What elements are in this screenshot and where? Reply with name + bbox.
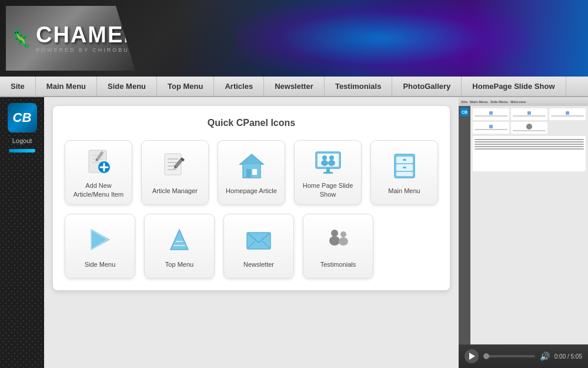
sidebar-logout[interactable]: Logout xyxy=(12,137,32,144)
homepage-article-button[interactable]: Homepage Article xyxy=(218,140,285,205)
logo-area: 🦎 CHAMELEON POWERED BY CHIROBUILT xyxy=(6,6,135,71)
add-article-icon xyxy=(82,147,115,177)
side-menu-button[interactable]: Side Menu xyxy=(65,214,135,279)
nav-item-homepage-slideshow[interactable]: HomePage Slide Show xyxy=(462,77,566,96)
article-manager-label: Article Manager xyxy=(152,187,198,195)
svg-point-23 xyxy=(322,155,327,160)
side-menu-icon xyxy=(84,223,116,256)
icon-row-1: Add NewArticle/Menu Item xyxy=(65,140,438,205)
top-menu-label: Top Menu xyxy=(165,260,193,268)
svg-marker-20 xyxy=(240,154,263,164)
svg-rect-34 xyxy=(403,167,406,168)
mini-text-5 xyxy=(513,130,546,131)
testimonials-label: Testimonials xyxy=(320,260,356,268)
video-controls: 🔊 0:00 / 5:05 xyxy=(459,344,588,368)
mini-icon-dot-4 xyxy=(489,125,493,128)
video-mini-nav: Site Main Menu Side Menu Welcome xyxy=(459,97,588,106)
mini-icon-1 xyxy=(473,108,509,120)
nav-item-photogallery[interactable]: PhotoGallery xyxy=(392,77,462,96)
add-new-label: Add NewArticle/Menu Item xyxy=(74,181,124,198)
nav-item-main-menu[interactable]: Main Menu xyxy=(36,77,97,96)
cpanel-title: Quick CPanel Icons xyxy=(65,118,438,128)
sidebar-bar xyxy=(9,149,35,152)
home-page-slide-show-button[interactable]: Home Page Slide Show xyxy=(294,140,362,205)
mini-icon-dot-1 xyxy=(489,111,493,115)
mini-icon-dot-2 xyxy=(527,111,531,115)
nav-item-articles[interactable]: Articles xyxy=(214,77,264,96)
testimonials-button[interactable]: Testimonials xyxy=(303,214,373,279)
lizard-icon: 🦎 xyxy=(11,29,31,48)
mini-icon-grid xyxy=(473,108,586,134)
article-manager-button[interactable]: Article Manager xyxy=(141,140,209,205)
homepage-article-label: Homepage Article xyxy=(226,187,277,195)
mini-text-4 xyxy=(475,129,507,130)
svg-point-43 xyxy=(331,230,338,237)
svg-rect-33 xyxy=(403,159,406,161)
icon-row-2: Side Menu Top Menu xyxy=(65,214,438,279)
icon-grid: Add NewArticle/Menu Item xyxy=(65,140,438,279)
newsletter-icon xyxy=(243,223,275,256)
top-menu-icon xyxy=(163,223,196,256)
content-line-3 xyxy=(475,144,584,145)
svg-marker-37 xyxy=(171,230,188,250)
svg-rect-27 xyxy=(326,168,330,172)
svg-point-44 xyxy=(329,236,340,246)
mini-nav-item-4: Welcome xyxy=(510,100,526,104)
time-display: 0:00 / 5:05 xyxy=(554,353,582,360)
slideshow-label: Home Page Slide Show xyxy=(300,181,355,198)
svg-rect-22 xyxy=(318,154,339,167)
svg-point-25 xyxy=(329,155,334,160)
add-new-button[interactable]: Add NewArticle/Menu Item xyxy=(65,140,132,205)
svg-point-45 xyxy=(340,231,346,237)
nav-item-site[interactable]: Site xyxy=(0,77,36,96)
volume-icon[interactable]: 🔊 xyxy=(540,352,550,361)
sidebar: CB Logout xyxy=(0,97,44,368)
content-area: Quick CPanel Icons xyxy=(44,97,459,368)
progress-dot xyxy=(483,353,489,359)
testimonials-icon xyxy=(322,223,355,256)
svg-rect-18 xyxy=(246,169,251,178)
play-icon xyxy=(469,353,475,360)
nav-item-top-menu[interactable]: Top Menu xyxy=(157,77,214,96)
main-menu-label: Main Menu xyxy=(388,187,420,195)
progress-bar[interactable] xyxy=(483,355,535,357)
video-content-area: CB xyxy=(459,106,588,344)
video-sidebar-mini: CB xyxy=(459,106,470,344)
main-menu-button[interactable]: Main Menu xyxy=(370,140,438,205)
svg-point-24 xyxy=(321,160,328,166)
nav-bar: Site Main Menu Side Menu Top Menu Articl… xyxy=(0,77,588,97)
mini-nav-item-3: Side Menu xyxy=(490,100,508,104)
nav-item-newsletter[interactable]: Newsletter xyxy=(264,77,325,96)
top-menu-button[interactable]: Top Menu xyxy=(144,214,215,279)
nav-item-side-menu[interactable]: Side Menu xyxy=(97,77,157,96)
nav-item-testimonials[interactable]: Testimonials xyxy=(325,77,393,96)
article-manager-icon xyxy=(159,150,191,182)
sidebar-logo: CB xyxy=(8,103,37,132)
svg-point-26 xyxy=(328,160,335,166)
content-line-2 xyxy=(475,141,584,142)
main-layout: CB Logout Quick CPanel Icons xyxy=(0,97,588,368)
play-button[interactable] xyxy=(465,349,479,363)
content-line-1 xyxy=(475,139,584,140)
mini-icon-5 xyxy=(511,122,547,134)
svg-rect-19 xyxy=(252,169,257,175)
mini-icon-2 xyxy=(511,108,547,120)
video-main-mini xyxy=(470,106,588,344)
content-line-4 xyxy=(475,146,584,147)
svg-rect-28 xyxy=(323,172,333,174)
video-screenshot: Site Main Menu Side Menu Welcome CB xyxy=(459,97,588,344)
side-menu-label: Side Menu xyxy=(85,260,116,268)
video-preview: Site Main Menu Side Menu Welcome CB xyxy=(459,97,588,368)
mini-text-area xyxy=(473,136,586,171)
mini-icon-dot-3 xyxy=(566,111,569,115)
svg-rect-32 xyxy=(396,172,413,176)
newsletter-label: Newsletter xyxy=(243,260,274,268)
cpanel-box: Quick CPanel Icons xyxy=(53,106,450,290)
svg-marker-35 xyxy=(91,230,109,250)
mini-text-2 xyxy=(513,115,546,117)
main-menu-icon xyxy=(388,150,420,182)
logo-bg: 🦎 CHAMELEON POWERED BY CHIROBUILT xyxy=(6,6,135,71)
mini-nav-item-2: Main Menu xyxy=(470,100,488,104)
newsletter-button[interactable]: Newsletter xyxy=(223,214,294,279)
mini-icon-4 xyxy=(473,122,509,134)
